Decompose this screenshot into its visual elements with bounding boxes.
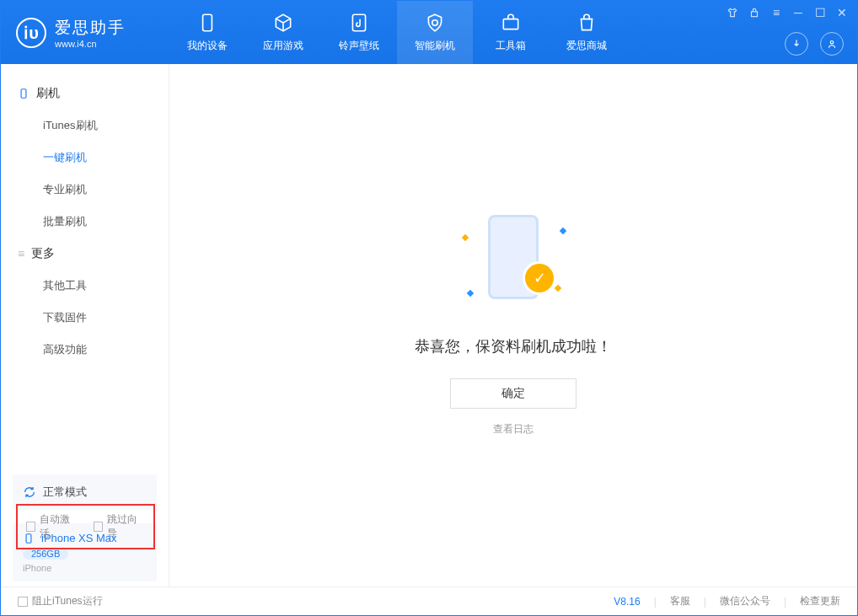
body-area: 刷机 iTunes刷机 一键刷机 专业刷机 批量刷机 ≡ 更多 其他工具 下载固… — [1, 64, 857, 587]
menu-icon[interactable]: ≡ — [770, 6, 783, 19]
shopping-bag-icon — [576, 12, 598, 34]
checkbox-label: 自动激活 — [40, 512, 78, 541]
group-title-more: ≡ 更多 — [18, 238, 152, 270]
checkbox-label: 跳过向导 — [107, 512, 145, 541]
group-label: 刷机 — [36, 86, 60, 101]
user-button[interactable] — [820, 32, 844, 56]
group-label: 更多 — [31, 246, 55, 261]
tab-ringtones[interactable]: 铃声壁纸 — [321, 1, 397, 64]
sidebar-item-advanced[interactable]: 高级功能 — [18, 334, 152, 366]
toolbox-icon — [500, 12, 522, 34]
nav-tabs: 我的设备 应用游戏 铃声壁纸 智能刷机 工具箱 爱思商城 — [169, 1, 625, 64]
sidebar-group-flash: 刷机 iTunes刷机 一键刷机 专业刷机 批量刷机 — [1, 78, 169, 238]
music-file-icon — [348, 12, 370, 34]
tab-label: 工具箱 — [496, 39, 526, 53]
tab-flash[interactable]: 智能刷机 — [397, 1, 473, 64]
minimize-button[interactable]: ─ — [791, 6, 805, 19]
skip-guide-checkbox[interactable]: 跳过向导 — [94, 512, 146, 541]
close-button[interactable]: ✕ — [835, 6, 849, 19]
sidebar-group-more: ≡ 更多 其他工具 下载固件 高级功能 — [1, 238, 169, 366]
success-message: 恭喜您，保资料刷机成功啦！ — [415, 336, 612, 356]
window-controls: ≡ ─ ☐ ✕ — [726, 6, 849, 19]
check-badge-icon: ✓ — [525, 264, 554, 292]
svg-rect-2 — [503, 19, 517, 29]
footer-right: V8.16 | 客服 | 微信公众号 | 检查更新 — [614, 594, 840, 608]
check-update-link[interactable]: 检查更新 — [800, 594, 840, 608]
logo-area: ⅰυ 爱思助手 www.i4.cn — [1, 1, 169, 64]
device-icon — [18, 88, 29, 99]
footer: 阻止iTunes运行 V8.16 | 客服 | 微信公众号 | 检查更新 — [1, 587, 857, 615]
success-illustration: ✓ — [454, 215, 572, 316]
sidebar-item-oneclick-flash[interactable]: 一键刷机 — [18, 142, 152, 174]
sidebar-item-pro-flash[interactable]: 专业刷机 — [18, 174, 152, 206]
sparkle-icon — [467, 289, 474, 296]
checkbox-label: 阻止iTunes运行 — [32, 594, 103, 608]
tshirt-icon[interactable] — [726, 6, 739, 19]
maximize-button[interactable]: ☐ — [813, 6, 827, 19]
confirm-button[interactable]: 确定 — [450, 378, 576, 409]
sync-icon — [23, 485, 36, 499]
phone-icon — [196, 12, 218, 34]
refresh-shield-icon — [424, 12, 446, 34]
group-title-flash: 刷机 — [18, 78, 152, 110]
checkbox-icon — [26, 522, 35, 532]
view-log-link[interactable]: 查看日志 — [493, 422, 534, 437]
sparkle-icon — [555, 284, 561, 291]
auto-activate-checkbox[interactable]: 自动激活 — [26, 512, 78, 541]
mode-label: 正常模式 — [43, 485, 87, 500]
sidebar-item-itunes-flash[interactable]: iTunes刷机 — [18, 110, 152, 142]
list-icon: ≡ — [18, 247, 24, 260]
sidebar-item-other-tools[interactable]: 其他工具 — [18, 270, 152, 302]
app-title: 爱思助手 — [55, 17, 126, 39]
version-label: V8.16 — [614, 596, 640, 608]
tab-label: 爱思商城 — [566, 39, 607, 53]
device-type: iPhone — [23, 563, 147, 573]
svg-rect-1 — [352, 14, 365, 31]
svg-point-4 — [830, 41, 834, 45]
lock-icon[interactable] — [748, 6, 761, 19]
header-actions — [785, 32, 844, 56]
cube-icon — [272, 12, 294, 34]
support-link[interactable]: 客服 — [670, 594, 690, 608]
tab-apps[interactable]: 应用游戏 — [245, 1, 321, 64]
tab-store[interactable]: 爱思商城 — [549, 1, 625, 64]
sparkle-icon — [462, 233, 469, 240]
checkbox-icon — [18, 597, 28, 607]
tab-label: 我的设备 — [187, 39, 228, 53]
svg-rect-0 — [203, 14, 212, 31]
user-icon — [826, 38, 838, 50]
main-content: ✓ 恭喜您，保资料刷机成功啦！ 确定 查看日志 — [169, 64, 857, 587]
tab-label: 铃声壁纸 — [339, 39, 379, 53]
block-itunes-checkbox[interactable]: 阻止iTunes运行 — [18, 594, 103, 608]
tab-label: 应用游戏 — [263, 39, 303, 53]
tab-label: 智能刷机 — [415, 39, 455, 53]
header: ⅰυ 爱思助手 www.i4.cn 我的设备 应用游戏 铃声壁纸 智能刷机 工具… — [1, 1, 857, 64]
app-logo-icon: ⅰυ — [16, 18, 46, 48]
tab-toolbox[interactable]: 工具箱 — [473, 1, 549, 64]
download-icon — [791, 38, 802, 50]
app-url: www.i4.cn — [55, 39, 126, 49]
tab-my-device[interactable]: 我的设备 — [169, 1, 245, 64]
logo-text: 爱思助手 www.i4.cn — [55, 17, 126, 49]
device-storage-chip: 256GB — [23, 548, 68, 560]
sidebar-item-download-firmware[interactable]: 下载固件 — [18, 302, 152, 334]
highlighted-options-row: 自动激活 跳过向导 — [16, 504, 155, 549]
sparkle-icon — [560, 227, 566, 233]
sidebar-item-batch-flash[interactable]: 批量刷机 — [18, 206, 152, 238]
svg-rect-5 — [21, 89, 26, 99]
download-button[interactable] — [785, 32, 808, 56]
wechat-link[interactable]: 微信公众号 — [720, 594, 770, 608]
checkbox-icon — [94, 522, 103, 532]
svg-rect-3 — [752, 12, 758, 17]
